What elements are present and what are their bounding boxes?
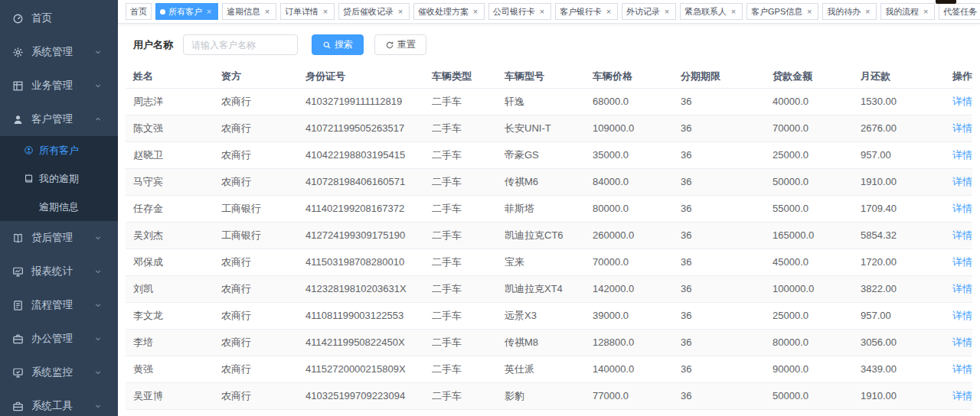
- tab-2[interactable]: 逾期信息×: [222, 3, 276, 20]
- tab-8[interactable]: 外访记录×: [622, 3, 676, 20]
- cell-vehicle_model: 影豹: [497, 382, 585, 409]
- detail-link[interactable]: 详情: [952, 203, 972, 214]
- tab-close-icon[interactable]: ×: [863, 7, 872, 16]
- tab-close-icon[interactable]: ×: [471, 7, 480, 16]
- sidebar-item-7[interactable]: 办公管理: [0, 322, 118, 356]
- chevron-down-icon: [93, 401, 103, 411]
- detail-link[interactable]: 详情: [952, 149, 972, 161]
- cell-name: 邓保成: [126, 249, 214, 275]
- cell-action: 详情: [945, 356, 972, 382]
- tab-close-icon[interactable]: ×: [204, 7, 214, 16]
- cell-vehicle_model: 传祺M6: [497, 168, 585, 195]
- sidebar-item-label: 首页: [31, 11, 110, 25]
- sidebar-item-label: 贷后管理: [31, 231, 93, 245]
- cell-term: 36: [673, 141, 765, 168]
- cell-vehicle_model: 长安UNI-T: [497, 115, 585, 141]
- chevron-down-icon: [93, 47, 103, 57]
- cell-loan_amount: 80000.0: [765, 329, 853, 356]
- tab-label: 客户GPS信息: [751, 6, 802, 18]
- sidebar-item-5[interactable]: 报表统计: [0, 255, 118, 288]
- sidebar-subitem-2[interactable]: 逾期信息: [0, 193, 118, 221]
- detail-link[interactable]: 详情: [952, 283, 972, 294]
- cell-term: 36: [673, 275, 765, 302]
- sidebar-item-9[interactable]: 系统工具: [0, 389, 118, 416]
- cell-name: 马守宾: [126, 168, 214, 195]
- detail-link[interactable]: 详情: [952, 176, 972, 187]
- cell-funder: 农商行: [214, 168, 298, 195]
- cell-term: 36: [673, 195, 765, 222]
- tab-1[interactable]: 所有客户×: [155, 3, 218, 20]
- sidebar-subitem-1[interactable]: 我的逾期: [0, 164, 118, 193]
- sidebar-item-4[interactable]: 贷后管理: [0, 221, 118, 255]
- chevron-down-icon: [93, 81, 103, 90]
- tab-10[interactable]: 客户GPS信息×: [746, 3, 818, 20]
- search-input[interactable]: [183, 34, 298, 55]
- tab-5[interactable]: 催收处理方案×: [413, 3, 485, 20]
- tab-close-icon[interactable]: ×: [263, 7, 272, 16]
- cell-vehicle_price: 84000.0: [585, 168, 673, 195]
- tab-11[interactable]: 我的待办×: [822, 3, 877, 20]
- cell-funder: 农商行: [214, 356, 298, 382]
- detail-link[interactable]: 详情: [952, 390, 972, 401]
- cell-vehicle_model: 轩逸: [497, 88, 585, 115]
- chevron-down-icon: [93, 334, 103, 343]
- sidebar-subitem-0[interactable]: 所有客户: [0, 136, 118, 164]
- cell-partial: [214, 409, 298, 416]
- sidebar-item-1[interactable]: 系统管理: [0, 35, 118, 69]
- sidebar-item-6[interactable]: 流程管理: [0, 288, 118, 322]
- tab-close-icon[interactable]: ×: [921, 7, 930, 16]
- tab-12[interactable]: 我的流程×: [880, 3, 935, 20]
- detail-link[interactable]: 详情: [952, 229, 972, 241]
- tab-4[interactable]: 贷后催收记录×: [338, 3, 410, 20]
- sidebar-item-8[interactable]: 系统监控: [0, 356, 118, 389]
- tab-close-icon[interactable]: ×: [321, 7, 330, 16]
- cell-monthly_payment: 3822.00: [853, 275, 945, 302]
- detail-link[interactable]: 详情: [952, 122, 972, 134]
- reset-button[interactable]: 重置: [374, 34, 426, 55]
- tab-close-icon[interactable]: ×: [537, 7, 547, 16]
- tab-13[interactable]: 代签任务×: [939, 3, 980, 20]
- sidebar-item-label: 业务管理: [31, 79, 93, 93]
- chevron-down-icon: [93, 233, 103, 242]
- cell-vehicle_price: 260000.0: [585, 222, 673, 249]
- tab-close-icon[interactable]: ×: [604, 7, 613, 16]
- tab-close-icon[interactable]: ×: [662, 7, 671, 16]
- detail-link[interactable]: 详情: [952, 256, 972, 268]
- detail-link[interactable]: 详情: [952, 310, 972, 321]
- sidebar-item-0[interactable]: 首页: [0, 2, 118, 35]
- column-header-funder: 资方: [214, 65, 298, 88]
- cell-action: 详情: [945, 222, 972, 249]
- tab-3[interactable]: 订单详情×: [280, 3, 335, 20]
- cell-vehicle_price: 142000.0: [585, 275, 673, 302]
- sidebar-item-label: 系统监控: [31, 366, 93, 379]
- column-header-vehicle_model: 车辆型号: [497, 65, 585, 88]
- detail-link[interactable]: 详情: [952, 336, 972, 348]
- cell-vehicle_type: 二手车: [424, 88, 497, 115]
- cell-vehicle_type: 二手车: [424, 168, 497, 195]
- cell-term: 36: [673, 115, 765, 141]
- tab-label: 外访记录: [626, 6, 660, 18]
- tab-close-icon[interactable]: ×: [805, 7, 814, 16]
- tab-7[interactable]: 客户银行卡×: [555, 3, 618, 20]
- flow-icon: [12, 300, 24, 311]
- cell-monthly_payment: 2676.00: [853, 115, 945, 141]
- tab-close-icon[interactable]: ×: [396, 7, 405, 16]
- tab-0[interactable]: 首页: [126, 3, 152, 20]
- cell-id_number: 411402199208167372: [298, 195, 424, 222]
- tab-9[interactable]: 紧急联系人×: [680, 3, 743, 20]
- search-button[interactable]: 搜索: [312, 34, 364, 55]
- tab-close-icon[interactable]: ×: [729, 7, 738, 16]
- cell-loan_amount: 55000.0: [765, 195, 853, 222]
- detail-link[interactable]: 详情: [952, 363, 972, 375]
- table-row-partial: [126, 409, 972, 416]
- tab-6[interactable]: 公司银行卡×: [488, 3, 551, 20]
- detail-link[interactable]: 详情: [952, 96, 972, 107]
- cell-monthly_payment: 5854.32: [853, 222, 945, 249]
- cell-monthly_payment: 1910.00: [853, 382, 945, 409]
- avatar[interactable]: [936, 0, 956, 4]
- sidebar-item-3[interactable]: 客户管理: [0, 102, 118, 136]
- refresh-icon: [385, 41, 394, 50]
- sidebar-item-2[interactable]: 业务管理: [0, 69, 118, 102]
- active-tab-dot: [160, 9, 165, 15]
- cell-funder: 农商行: [214, 88, 298, 115]
